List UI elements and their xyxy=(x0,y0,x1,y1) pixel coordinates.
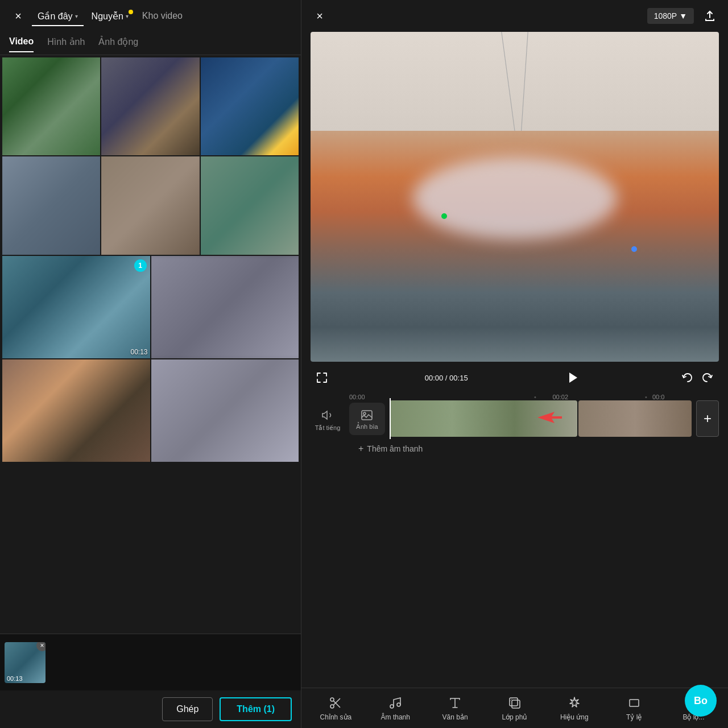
controls-right xyxy=(678,369,717,387)
export-icon xyxy=(704,10,716,22)
toolbar-overlay[interactable]: Lớp phủ xyxy=(498,695,532,721)
selected-preview-area: 00:13 × xyxy=(0,634,301,690)
grid-cell-1[interactable] xyxy=(2,57,100,155)
mute-icon xyxy=(321,408,334,422)
right-header-left: × xyxy=(311,7,329,25)
svg-marker-2 xyxy=(569,373,577,383)
svg-point-7 xyxy=(330,698,334,701)
grid-row-1 xyxy=(2,57,299,155)
add-audio-button[interactable]: + Thêm âm thanh xyxy=(358,444,423,454)
export-button[interactable] xyxy=(701,7,719,25)
right-header: × 1080P ▼ xyxy=(301,0,728,32)
cover-icon xyxy=(360,410,374,421)
grid-row-4 xyxy=(2,359,299,462)
selection-badge: 1 xyxy=(134,259,147,272)
dot-indicator xyxy=(129,10,133,14)
right-header-right: 1080P ▼ xyxy=(647,7,719,25)
user-avatar[interactable]: Bo xyxy=(685,685,717,717)
toolbar-effects[interactable]: Hiệu ứng xyxy=(557,695,592,721)
grid-cell-10[interactable] xyxy=(151,359,299,462)
remove-selected-button[interactable]: × xyxy=(36,642,46,651)
grid-cell-3[interactable] xyxy=(201,57,299,155)
main-track-row: Tắt tiếng Ảnh bìa xyxy=(311,400,719,437)
scissors-icon xyxy=(329,696,342,710)
ratio-icon xyxy=(627,696,641,710)
expand-icon xyxy=(316,371,328,384)
mute-button[interactable]: Tắt tiếng xyxy=(315,406,341,432)
video-preview xyxy=(311,32,719,362)
music-icon xyxy=(388,696,402,710)
arrow-indicator xyxy=(535,409,563,428)
grid-row-3: 1 00:13 xyxy=(2,256,299,358)
play-icon xyxy=(565,370,581,386)
timeline-clip-area[interactable] xyxy=(390,400,692,437)
cover-button[interactable]: Ảnh bìa xyxy=(349,403,385,435)
tab-owner[interactable]: Nguyễn ▾ xyxy=(86,7,134,25)
tab-recent[interactable]: Gần đây ▾ xyxy=(32,7,84,25)
selected-thumb: 00:13 × xyxy=(5,642,46,683)
add-audio-row: + Thêm âm thanh xyxy=(311,441,719,456)
bottom-toolbar: Chỉnh sửa Âm thanh Văn bản xyxy=(301,688,728,728)
svg-point-9 xyxy=(390,705,394,708)
svg-point-5 xyxy=(363,412,366,415)
tab-video[interactable]: Video xyxy=(9,36,34,52)
duration-badge: 00:13 xyxy=(130,348,147,356)
svg-rect-4 xyxy=(362,411,372,420)
grid-row-2 xyxy=(2,156,299,254)
overlay-icon xyxy=(508,696,522,710)
media-type-tabs: Video Hình ảnh Ảnh động xyxy=(0,32,301,55)
svg-rect-12 xyxy=(512,700,520,708)
left-header: × Gần đây ▾ Nguyễn ▾ Kho video xyxy=(0,0,301,32)
grid-cell-2[interactable] xyxy=(101,57,199,155)
text-icon xyxy=(448,696,462,710)
close-button-left[interactable]: × xyxy=(9,7,27,25)
mute-control: Tắt tiếng xyxy=(311,406,345,432)
svg-line-1 xyxy=(522,32,528,131)
redo-icon xyxy=(701,371,714,384)
time-display: 00:00 / 00:15 xyxy=(425,374,468,382)
merge-button[interactable]: Ghép xyxy=(162,697,213,721)
grid-cell-8[interactable] xyxy=(151,256,299,358)
grid-cell-7[interactable]: 1 00:13 xyxy=(2,256,150,358)
toolbar-ratio[interactable]: Tỷ lệ xyxy=(617,695,651,721)
left-panel: × Gần đây ▾ Nguyễn ▾ Kho video Video Hìn… xyxy=(0,0,301,728)
grid-cell-4[interactable] xyxy=(2,156,100,254)
grid-cell-9[interactable] xyxy=(2,359,150,462)
toolbar-edit[interactable]: Chỉnh sửa xyxy=(318,695,353,721)
fullscreen-button[interactable] xyxy=(313,369,331,387)
toolbar-text[interactable]: Văn bản xyxy=(438,695,472,721)
tab-gif[interactable]: Ảnh động xyxy=(98,36,138,52)
effects-icon xyxy=(568,696,581,710)
add-button[interactable]: Thêm (1) xyxy=(220,697,292,721)
svg-line-0 xyxy=(502,32,515,131)
svg-point-8 xyxy=(330,705,334,708)
tab-image[interactable]: Hình ảnh xyxy=(47,36,85,52)
quality-button[interactable]: 1080P ▼ xyxy=(647,8,694,24)
close-button-right[interactable]: × xyxy=(311,7,329,25)
quality-chevron-icon: ▼ xyxy=(679,11,687,20)
grid-cell-5[interactable] xyxy=(101,156,199,254)
svg-rect-13 xyxy=(630,700,639,706)
add-clip-button[interactable]: + xyxy=(696,400,719,437)
clip-2[interactable] xyxy=(578,400,692,437)
grid-cell-6[interactable] xyxy=(201,156,299,254)
redo-button[interactable] xyxy=(698,369,717,387)
tab-library[interactable]: Kho video xyxy=(136,7,188,24)
svg-marker-6 xyxy=(537,412,562,423)
undo-icon xyxy=(681,371,693,384)
playback-controls: 00:00 / 00:15 xyxy=(301,362,728,394)
right-panel: × 1080P ▼ xyxy=(301,0,728,728)
bottom-buttons: Ghép Thêm (1) xyxy=(0,690,301,728)
svg-point-10 xyxy=(397,703,400,706)
playhead xyxy=(390,398,391,439)
selected-duration-label: 00:13 xyxy=(7,675,23,682)
video-grid: 1 00:13 xyxy=(0,55,301,634)
timeline-tracks: Tắt tiếng Ảnh bìa xyxy=(301,396,728,461)
play-button[interactable] xyxy=(561,366,584,389)
undo-button[interactable] xyxy=(678,369,696,387)
svg-rect-11 xyxy=(510,698,518,706)
toolbar-audio[interactable]: Âm thanh xyxy=(378,695,412,721)
nav-tabs: Gần đây ▾ Nguyễn ▾ Kho video xyxy=(32,7,292,25)
